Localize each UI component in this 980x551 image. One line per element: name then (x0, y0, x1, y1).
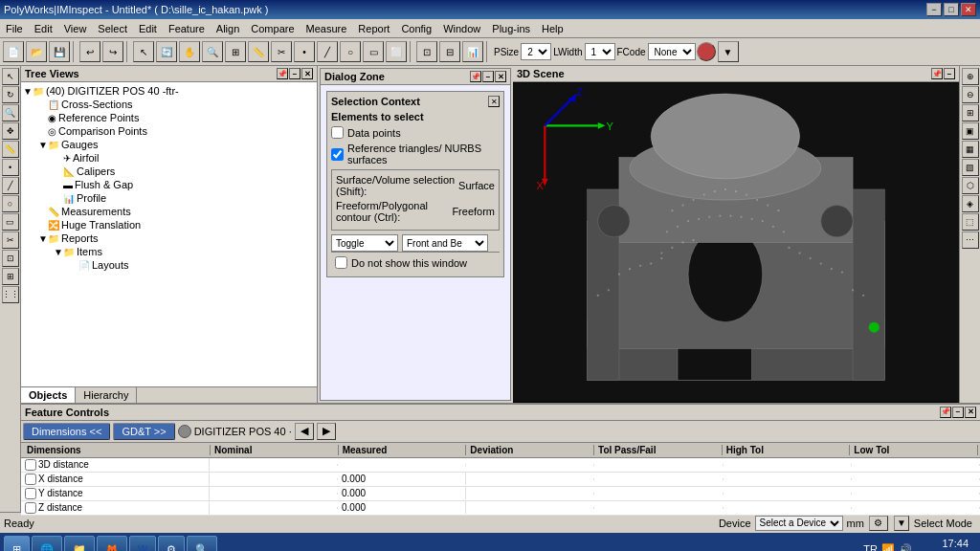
tb-align[interactable]: ⊡ (416, 41, 437, 62)
tab-hierarchy[interactable]: Hierarchy (76, 387, 137, 403)
taskbar-search[interactable]: 🔍 (187, 536, 217, 551)
fc-float-btn[interactable]: − (952, 407, 964, 418)
tree-item-comppoints[interactable]: ◎ Comparison Points (23, 124, 315, 138)
tb-compare[interactable]: ⊟ (439, 41, 460, 62)
menu-compare[interactable]: Compare (245, 21, 300, 36)
sidebar-line-icon[interactable]: ╱ (2, 177, 19, 194)
sidebar-zoom-icon[interactable]: 🔍 (2, 104, 19, 121)
sidebar-align-icon[interactable]: ⊡ (2, 250, 19, 267)
rs-fit-icon[interactable]: ⊞ (962, 104, 979, 121)
tb-cylinder[interactable]: ⬜ (386, 41, 407, 62)
tree-item-layouts[interactable]: 📄 Layouts (23, 258, 315, 272)
menu-measure[interactable]: Measure (301, 21, 353, 36)
tree-item-items[interactable]: ▼ 📁 Items (23, 245, 315, 258)
fc-prev-btn[interactable]: ◀ (295, 423, 314, 440)
sidebar-section-icon[interactable]: ✂ (2, 231, 19, 249)
sidebar-pan-icon[interactable]: ✥ (2, 122, 19, 140)
sidebar-point-icon[interactable]: • (2, 159, 19, 176)
minimize-button[interactable]: − (926, 3, 942, 16)
rs-zoom-in-icon[interactable]: ⊕ (962, 68, 979, 85)
tb-redo[interactable]: ↪ (102, 41, 123, 62)
fc-row-3d[interactable]: 3D distance (21, 458, 980, 473)
fc-row-x[interactable]: X distance 0.000 (21, 473, 980, 487)
menu-file[interactable]: File (0, 21, 29, 36)
tree-item-refpoints[interactable]: ◉ Reference Points (23, 111, 315, 124)
sidebar-plane-icon[interactable]: ▭ (2, 213, 19, 231)
fc-3d-checkbox[interactable] (25, 459, 36, 471)
toggle-select[interactable]: Toggle (331, 234, 398, 252)
gdt-button[interactable]: GD&T >> (113, 423, 174, 440)
menu-align[interactable]: Align (211, 21, 245, 36)
fc-y-checkbox[interactable] (25, 488, 36, 499)
fcode-select[interactable]: None (648, 43, 696, 60)
rs-zoom-out-icon[interactable]: ⊖ (962, 86, 979, 103)
sidebar-grid-icon[interactable]: ⋮⋮ (2, 286, 19, 303)
menu-window[interactable]: Window (437, 21, 486, 36)
front-select[interactable]: Front and Be (402, 234, 488, 252)
tb-zoom[interactable]: 🔍 (202, 41, 223, 62)
menu-select[interactable]: Select (92, 21, 133, 36)
tb-report[interactable]: 📊 (462, 41, 483, 62)
tree-item-flushgap[interactable]: ▬ Flush & Gap (23, 178, 315, 191)
menu-feature[interactable]: Feature (163, 21, 211, 36)
taskbar-explorer[interactable]: 📁 (64, 536, 95, 551)
rs-front-icon[interactable]: ▦ (962, 141, 979, 158)
rs-render-icon[interactable]: ◈ (962, 195, 979, 212)
lwidth-select[interactable]: 123 (585, 43, 615, 60)
menu-report[interactable]: Report (352, 21, 395, 36)
tb-open[interactable]: 📂 (26, 41, 47, 62)
menu-config[interactable]: Config (395, 21, 437, 36)
rs-top-icon[interactable]: ▣ (962, 122, 979, 140)
start-button[interactable]: ⊞ (4, 536, 30, 551)
rs-wireframe-icon[interactable]: ⬚ (962, 213, 979, 231)
tree-item-crosssections[interactable]: 📋 Cross-Sections (23, 98, 315, 111)
ref-triangles-checkbox[interactable] (331, 148, 344, 161)
fc-close-btn[interactable]: ✕ (965, 407, 976, 418)
tb-settings[interactable]: ▼ (718, 41, 739, 62)
tb-color[interactable] (697, 42, 716, 61)
tree-item-digitizer[interactable]: ▼ 📁 (40) DIGITIZER POS 40 -ftr- (23, 84, 315, 98)
taskbar-app[interactable]: ⚙ (158, 536, 185, 551)
scene-content[interactable]: Y X Z (513, 82, 959, 403)
device-select[interactable]: Select a Device (755, 516, 843, 531)
tb-rotate[interactable]: 🔄 (156, 41, 177, 62)
data-points-checkbox[interactable] (331, 126, 344, 139)
tree-item-gauges[interactable]: ▼ 📁 Gauges (23, 138, 315, 151)
fc-next-btn[interactable]: ▶ (317, 423, 336, 440)
tb-pan[interactable]: ✋ (179, 41, 200, 62)
rs-perspective-icon[interactable]: ⬡ (962, 177, 979, 194)
sidebar-rotate-icon[interactable]: ↻ (2, 86, 19, 103)
tree-pin-button[interactable]: 📌 (277, 68, 288, 79)
taskbar-browser[interactable]: 🦊 (97, 536, 127, 551)
tab-objects[interactable]: Objects (21, 387, 76, 403)
tree-item-calipers[interactable]: 📐 Calipers (23, 165, 315, 178)
menu-help[interactable]: Help (536, 21, 569, 36)
taskbar-ie[interactable]: 🌐 (32, 536, 62, 551)
fc-z-checkbox[interactable] (25, 502, 36, 514)
scene-float-btn[interactable]: − (944, 68, 955, 79)
tree-item-measurements[interactable]: 📏 Measurements (23, 205, 315, 218)
sidebar-measure-icon[interactable]: 📏 (2, 141, 19, 158)
menu-edit2[interactable]: Edit (133, 21, 163, 36)
fc-row-y[interactable]: Y distance 0.000 (21, 487, 980, 501)
tb-circle[interactable]: ○ (340, 41, 361, 62)
scene-pin-btn[interactable]: 📌 (931, 68, 943, 79)
dialog-float-btn[interactable]: − (482, 71, 494, 82)
sidebar-circle-icon[interactable]: ○ (2, 195, 19, 212)
tb-save[interactable]: 💾 (49, 41, 70, 62)
taskbar-word[interactable]: W (129, 536, 156, 551)
maximize-button[interactable]: □ (944, 3, 959, 16)
tb-measure[interactable]: 📏 (248, 41, 269, 62)
tree-float-button[interactable]: − (289, 68, 301, 79)
tb-plane[interactable]: ▭ (363, 41, 384, 62)
psize-select[interactable]: 213 (521, 43, 551, 60)
tb-section[interactable]: ✂ (271, 41, 292, 62)
rs-side-icon[interactable]: ▧ (962, 159, 979, 176)
tree-item-profile[interactable]: 📊 Profile (23, 191, 315, 205)
tree-item-airfoil[interactable]: ✈ Airfoil (23, 151, 315, 165)
tb-fit[interactable]: ⊞ (225, 41, 246, 62)
dialog-pin-btn[interactable]: 📌 (470, 71, 481, 82)
expand-icon[interactable]: ▼ (23, 86, 33, 97)
tree-item-hugetrans[interactable]: 🔀 Huge Translation (23, 218, 315, 231)
tb-new[interactable]: 📄 (3, 41, 24, 62)
